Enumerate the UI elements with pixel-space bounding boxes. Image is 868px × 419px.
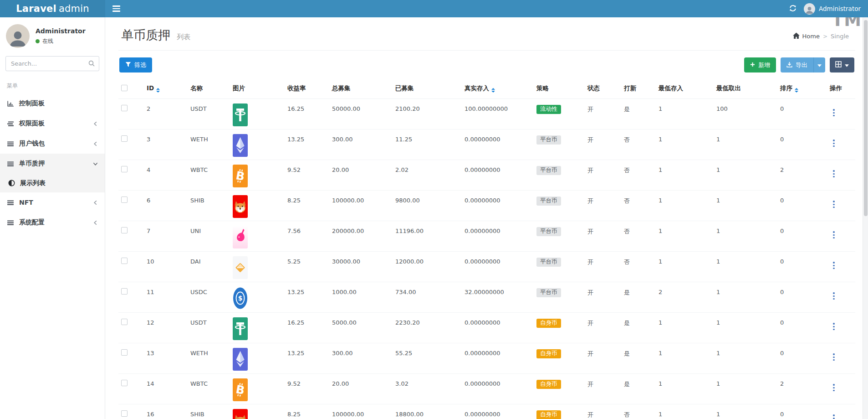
- row-actions-button[interactable]: [830, 261, 838, 270]
- row-actions-button[interactable]: [830, 200, 838, 209]
- refresh-icon: [789, 5, 797, 13]
- cell-strategy: 自身币: [534, 374, 585, 404]
- grid-box: 筛选 新增 导出: [118, 50, 855, 419]
- grid-toolbar: 筛选 新增 导出: [118, 51, 855, 79]
- cell-total: 100000.00: [329, 191, 393, 221]
- column-header-12[interactable]: 排序: [777, 79, 827, 99]
- row-actions-button[interactable]: [830, 352, 838, 362]
- column-label: 收益率: [287, 84, 306, 92]
- sidebar-toggle-button[interactable]: [105, 0, 127, 17]
- cell-rate: 5.25: [285, 252, 329, 282]
- sidebar-item-single[interactable]: 单币质押: [0, 154, 105, 174]
- cell-total: 100000.00: [329, 404, 393, 419]
- table-row: 4WBTCB9.5220.002.020.00000000平台币开否112: [118, 160, 855, 191]
- uni-coin-icon: [233, 226, 248, 248]
- row-checkbox[interactable]: [121, 410, 128, 417]
- cell-rate: 16.25: [285, 313, 329, 343]
- add-button[interactable]: 新增: [744, 57, 776, 72]
- sort-icon[interactable]: [795, 88, 798, 93]
- caret-down-icon: [817, 62, 822, 68]
- row-checkbox[interactable]: [121, 288, 128, 295]
- cell-name: USDT: [188, 99, 230, 129]
- filter-button[interactable]: 筛选: [119, 57, 152, 72]
- column-header-6[interactable]: 真实存入: [462, 79, 534, 99]
- row-actions-button[interactable]: [830, 322, 838, 331]
- export-button[interactable]: 导出: [781, 57, 813, 72]
- cell-name: UNI: [188, 221, 230, 252]
- row-checkbox[interactable]: [121, 349, 128, 356]
- column-label: 已募集: [395, 84, 414, 92]
- breadcrumb-current: Single: [831, 33, 849, 40]
- sidebar-item-nft[interactable]: NFT: [0, 192, 105, 212]
- row-checkbox[interactable]: [121, 319, 128, 325]
- row-actions-button[interactable]: [830, 383, 838, 392]
- refresh-button[interactable]: [789, 5, 797, 13]
- page-header: 单币质押 列表 Home > Single: [106, 17, 868, 50]
- sidebar-menu: 控制面板权限面板用户钱包单币质押展示列表NFT系统配置: [0, 93, 105, 233]
- sidebar-item-dashboard[interactable]: 控制面板: [0, 93, 105, 114]
- user-name: Administrator: [36, 27, 86, 35]
- row-actions-button[interactable]: [830, 108, 838, 117]
- row-actions-button[interactable]: [830, 139, 838, 148]
- cell-subscribe: 否: [621, 191, 656, 221]
- cell-min-deposit: 1: [656, 99, 714, 129]
- breadcrumb-home-link[interactable]: Home: [793, 32, 820, 40]
- sort-icon[interactable]: [156, 88, 160, 93]
- cell-subscribe: 否: [621, 129, 656, 160]
- sidebar-item-wallet[interactable]: 用户钱包: [0, 134, 105, 154]
- sidebar-item-config[interactable]: 系统配置: [0, 212, 105, 233]
- row-checkbox[interactable]: [121, 166, 128, 172]
- row-checkbox[interactable]: [121, 227, 128, 233]
- cell-total: 20.00: [329, 374, 393, 404]
- row-checkbox[interactable]: [121, 380, 128, 386]
- row-checkbox[interactable]: [121, 105, 128, 111]
- logo[interactable]: Laravel admin: [0, 0, 105, 17]
- select-all-checkbox[interactable]: [121, 85, 128, 91]
- cell-select: [118, 282, 144, 313]
- table-row: 10DAI5.2530000.0012000.000.00000000平台币开否…: [118, 252, 855, 282]
- cell-strategy: 平台币: [534, 252, 585, 282]
- table-row: 12USDT16.255000.002230.200.00000000自身币开是…: [118, 313, 855, 343]
- cell-name: WBTC: [188, 160, 230, 191]
- scrollbar-thumb[interactable]: [864, 20, 868, 216]
- user-status-label: 在线: [42, 37, 53, 45]
- cell-name: WETH: [188, 343, 230, 374]
- navbar-right: Administrator: [789, 0, 868, 17]
- table-row: 7UNI7.56200000.0011196.000.00000000平台币开否…: [118, 221, 855, 252]
- column-label: 策略: [536, 84, 549, 92]
- row-actions-button[interactable]: [830, 414, 838, 419]
- search-icon[interactable]: [88, 60, 95, 68]
- sidebar-item-auth[interactable]: 权限面板: [0, 114, 105, 134]
- row-checkbox[interactable]: [121, 258, 128, 264]
- cell-raised: 18800.00: [393, 404, 462, 419]
- cell-image: [230, 313, 285, 343]
- logo-light: admin: [59, 3, 89, 14]
- sidebar-item-single-list[interactable]: 展示列表: [0, 174, 105, 192]
- search-input[interactable]: [5, 56, 99, 71]
- row-checkbox[interactable]: [121, 197, 128, 203]
- strategy-badge: 平台币: [536, 166, 561, 175]
- cell-min-deposit: 1: [656, 160, 714, 191]
- navbar-username: Administrator: [819, 5, 861, 12]
- cell-min-deposit: 1: [656, 374, 714, 404]
- row-actions-button[interactable]: [830, 230, 838, 239]
- page-scrollbar[interactable]: [863, 17, 868, 419]
- row-actions-button[interactable]: [830, 169, 838, 178]
- column-selector-button[interactable]: [830, 57, 854, 72]
- navbar-user-menu[interactable]: Administrator: [804, 3, 861, 15]
- cell-rate: 8.25: [285, 191, 329, 221]
- cell-subscribe: 是: [621, 313, 656, 343]
- page-subtitle: 列表: [177, 33, 190, 41]
- column-label: 最低存入: [659, 84, 683, 92]
- row-actions-button[interactable]: [830, 291, 838, 300]
- export-dropdown-button[interactable]: [813, 57, 825, 72]
- column-header-0[interactable]: ID: [144, 79, 188, 99]
- table-row: 14WBTCB9.5220.003.020.00000000自身币开是112: [118, 374, 855, 404]
- cell-actions: [827, 129, 855, 160]
- row-checkbox[interactable]: [121, 135, 128, 142]
- sort-icon[interactable]: [491, 88, 495, 93]
- cell-raised: 11196.00: [393, 221, 462, 252]
- cell-status: 开: [585, 404, 621, 419]
- cell-image: $: [230, 282, 285, 313]
- cell-min-deposit: 1: [656, 313, 714, 343]
